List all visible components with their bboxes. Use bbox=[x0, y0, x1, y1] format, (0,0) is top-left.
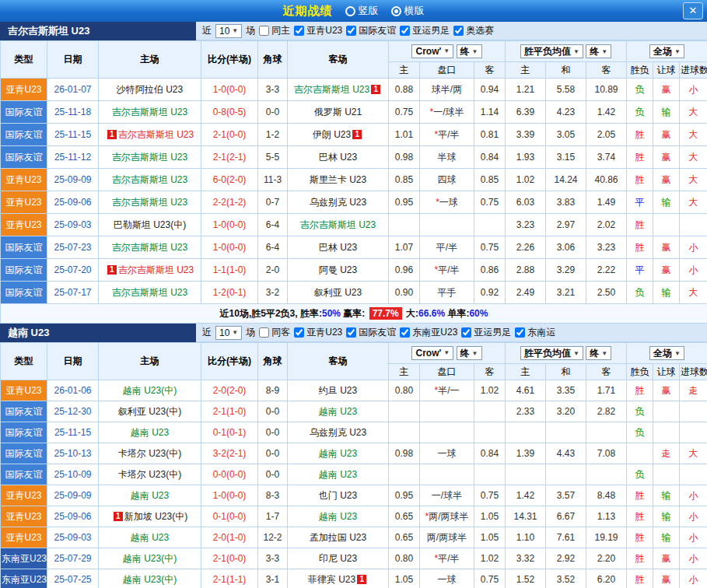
result-wdl-cell: 负 bbox=[627, 282, 653, 304]
col-header-date: 日期 bbox=[47, 41, 99, 79]
match-count-select[interactable]: 10▼ bbox=[215, 24, 242, 38]
type-cell: 亚青U23 bbox=[1, 169, 47, 191]
avg-draw-cell: 3.06 bbox=[546, 236, 586, 259]
result-handicap-cell: 输 bbox=[653, 506, 680, 527]
bookmaker-select[interactable]: Crow'▼ bbox=[411, 44, 453, 58]
away-cell: 越南 U23 bbox=[288, 443, 389, 464]
final-avg-select[interactable]: 终▼ bbox=[586, 44, 611, 58]
checkbox[interactable] bbox=[400, 327, 410, 338]
type-cell: 亚青U23 bbox=[1, 191, 47, 214]
checkbox[interactable] bbox=[453, 26, 464, 36]
avg-select[interactable]: 胜平负均值▼ bbox=[520, 44, 583, 58]
date-cell: 25-11-12 bbox=[47, 146, 99, 169]
layout-radio-vertical[interactable]: 竖版 bbox=[345, 4, 379, 18]
checkbox[interactable] bbox=[294, 26, 304, 36]
type-cell: 国际友谊 bbox=[1, 282, 47, 304]
away-cell: 吉尔吉斯斯坦 U231 bbox=[288, 79, 389, 101]
dropdown-arrow-icon: ▼ bbox=[232, 27, 238, 34]
odds-away-cell: 0.84 bbox=[474, 443, 506, 464]
result-glyph: 小 bbox=[689, 532, 698, 543]
layout-radio-horizontal[interactable]: 横版 bbox=[391, 4, 425, 18]
match-row: 国际友谊25-07-23吉尔吉斯斯坦 U231-0(0-0)6-4巴林 U231… bbox=[1, 236, 707, 259]
result-glyph: 赢 bbox=[662, 174, 671, 185]
checkbox[interactable] bbox=[259, 26, 269, 36]
checkbox[interactable] bbox=[461, 327, 471, 338]
col-header-avg-draw: 和 bbox=[546, 364, 586, 380]
result-wdl-cell: 负 bbox=[627, 79, 653, 101]
competition-checkbox[interactable]: 东南亚U23 bbox=[400, 326, 457, 339]
same-side-checkbox[interactable]: 同主 bbox=[259, 24, 290, 37]
match-row: 亚青U2325-09-09越南 U231-0(0-0)8-3也门 U230.95… bbox=[1, 485, 707, 506]
avg-draw-cell: 5.58 bbox=[546, 79, 586, 101]
competition-checkbox[interactable]: 亚运男足 bbox=[461, 326, 511, 339]
home-team-name: 越南 U23 bbox=[131, 532, 169, 543]
avg-away-cell: 2.50 bbox=[586, 282, 627, 304]
final-avg-select[interactable]: 终▼ bbox=[586, 346, 611, 360]
odds-away-cell: 0.75 bbox=[474, 236, 506, 259]
home-cell: 沙特阿拉伯 U23 bbox=[99, 79, 201, 101]
result-ou-cell: 大 bbox=[680, 124, 707, 146]
type-cell: 东南亚U23 bbox=[1, 569, 47, 588]
result-ou-cell bbox=[680, 464, 707, 485]
result-ou-cell: 小 bbox=[680, 79, 707, 101]
scope-select[interactable]: 全场▼ bbox=[649, 346, 684, 360]
avg-draw-cell: 2.92 bbox=[546, 548, 586, 569]
col-header-corner: 角球 bbox=[258, 343, 288, 380]
checkbox[interactable] bbox=[259, 327, 269, 338]
scope-select[interactable]: 全场▼ bbox=[649, 44, 684, 58]
summary-cell: 近10场,胜5平2负3, 胜率:50% 赢率: 77.7% 大:66.6% 单率… bbox=[1, 304, 707, 324]
avg-away-cell: 2.82 bbox=[586, 401, 627, 422]
home-cell: 吉尔吉斯斯坦 U23 bbox=[99, 282, 201, 304]
radio-unchecked-icon bbox=[345, 6, 355, 16]
handicap-cell: 一/球半 bbox=[420, 485, 474, 506]
red-card-badge: 1 bbox=[371, 85, 380, 94]
competition-checkbox[interactable]: 奥选赛 bbox=[453, 24, 494, 37]
checkbox[interactable] bbox=[294, 327, 304, 338]
avg-home-cell bbox=[506, 464, 546, 485]
home-team-name: 越南 U23(中) bbox=[123, 574, 177, 585]
competition-checkbox[interactable]: 亚青U23 bbox=[294, 24, 342, 37]
col-header-odds-away: 客 bbox=[474, 364, 506, 380]
same-side-checkbox[interactable]: 同客 bbox=[259, 326, 290, 339]
avg-select[interactable]: 胜平负均值▼ bbox=[520, 346, 583, 360]
result-glyph: 赢 bbox=[662, 385, 671, 396]
result-wdl-cell: 胜 bbox=[627, 169, 653, 191]
final-odds-select[interactable]: 终▼ bbox=[457, 346, 482, 360]
avg-home-cell: 1.21 bbox=[506, 79, 546, 101]
result-glyph: 走 bbox=[689, 385, 698, 396]
avg-home-cell: 1.10 bbox=[506, 527, 546, 548]
red-card-badge: 1 bbox=[114, 512, 123, 521]
handicap-cell: *一/球半 bbox=[420, 101, 474, 124]
avg-draw-cell: 3.15 bbox=[546, 146, 586, 169]
competition-checkbox[interactable]: 东南运 bbox=[515, 326, 555, 339]
competition-checkbox[interactable]: 国际友谊 bbox=[346, 326, 396, 339]
match-count-select[interactable]: 10▼ bbox=[215, 326, 242, 340]
final-odds-select[interactable]: 终▼ bbox=[457, 44, 482, 58]
team-section-header: 吉尔吉斯斯坦 U23 近10▼场同主亚青U23国际友谊亚运男足奥选赛 bbox=[0, 22, 707, 40]
away-team-name: 约旦 U23 bbox=[319, 385, 357, 396]
competition-checkbox[interactable]: 亚运男足 bbox=[400, 24, 450, 37]
avg-away-cell: 1.49 bbox=[586, 191, 627, 214]
close-button[interactable]: ✕ bbox=[683, 2, 703, 19]
checkbox[interactable] bbox=[346, 327, 356, 338]
bookmaker-select[interactable]: Crow'▼ bbox=[411, 346, 453, 360]
checkbox[interactable] bbox=[515, 327, 525, 338]
checkbox[interactable] bbox=[346, 26, 356, 36]
avg-draw-cell bbox=[546, 422, 586, 443]
result-handicap-cell: 赢 bbox=[653, 569, 680, 588]
checkbox[interactable] bbox=[400, 26, 410, 36]
competition-checkbox[interactable]: 亚青U23 bbox=[294, 326, 342, 339]
summary-blue-text: 66.6% bbox=[418, 308, 445, 319]
competition-checkbox[interactable]: 国际友谊 bbox=[346, 24, 396, 37]
match-row: 国际友谊25-07-201吉尔吉斯斯坦 U231-1(1-0)2-0阿曼 U23… bbox=[1, 259, 707, 282]
date-cell: 25-09-09 bbox=[47, 169, 99, 191]
corner-cell: 0-0 bbox=[258, 422, 288, 443]
result-glyph: 输 bbox=[662, 490, 671, 501]
result-glyph: 胜 bbox=[635, 242, 645, 253]
corner-cell: 0-7 bbox=[258, 191, 288, 214]
type-cell: 国际友谊 bbox=[1, 259, 47, 282]
match-row: 东南亚U2325-07-29越南 U23(中)2-1(0-0)3-3印尼 U23… bbox=[1, 548, 707, 569]
home-team-name: 吉尔吉斯斯坦 U23 bbox=[118, 129, 194, 140]
away-team-name: 乌兹别克 U23 bbox=[310, 427, 366, 438]
result-wdl-cell: 胜 bbox=[627, 380, 653, 401]
